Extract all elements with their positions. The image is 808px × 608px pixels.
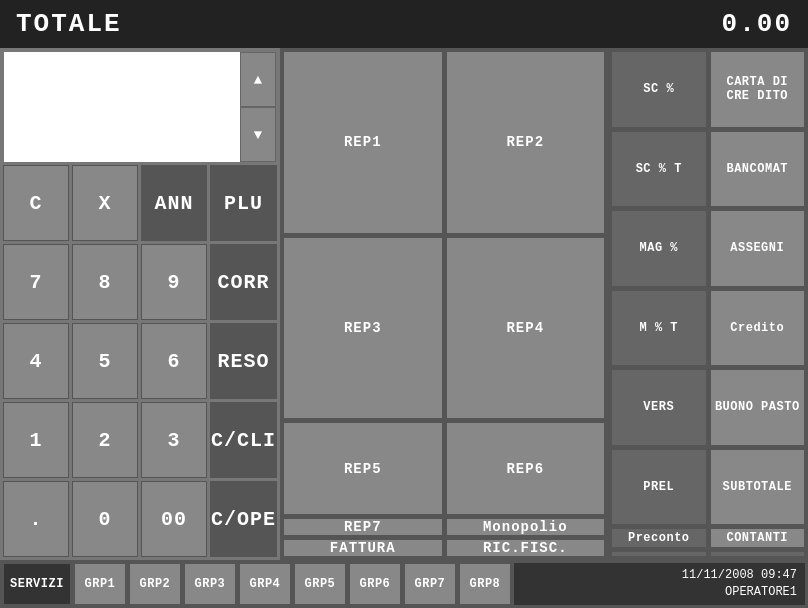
scroll-up-button[interactable]: ▲ [240,52,276,107]
main-container: TOTALE 0.00 ▲ ▼ C X ANN PLU 7 [0,0,808,608]
assegni-button[interactable]: ASSEGNI [710,210,806,287]
sc-percent-t-button[interactable]: SC % T [611,131,707,208]
display-area: ▲ ▼ [4,52,276,162]
carta-credito-button[interactable]: CARTA DI CRE DITO [710,51,806,128]
key-4[interactable]: 4 [3,323,69,399]
key-9[interactable]: 9 [141,244,207,320]
sc-percent-button[interactable]: SC % [611,51,707,128]
key-7[interactable]: 7 [3,244,69,320]
rep3-button[interactable]: REP3 [283,237,443,420]
datetime-operator: 11/11/2008 09:47 OPERATORE1 [514,563,805,605]
ric-fisc-button[interactable]: RIC.FISC. [446,539,606,557]
empty2 [710,551,806,557]
bancomat-button[interactable]: BANCOMAT [710,131,806,208]
keypad: C X ANN PLU 7 8 9 CORR 4 5 6 RESO 1 2 3 … [0,162,280,560]
key-8[interactable]: 8 [72,244,138,320]
left-panel: ▲ ▼ C X ANN PLU 7 8 9 CORR 4 5 6 RES [0,48,280,560]
vers-button[interactable]: VERS [611,369,707,446]
grp6-button[interactable]: GRP6 [349,563,401,605]
mag-percent-button[interactable]: MAG % [611,210,707,287]
key-2[interactable]: 2 [72,402,138,478]
grp1-button[interactable]: GRP1 [74,563,126,605]
grp2-button[interactable]: GRP2 [129,563,181,605]
key-dot[interactable]: . [3,481,69,557]
grp4-button[interactable]: GRP4 [239,563,291,605]
prel-button[interactable]: PREL [611,449,707,526]
datetime-display: 11/11/2008 09:47 [682,567,797,584]
grp5-button[interactable]: GRP5 [294,563,346,605]
monopolio-button[interactable]: Monopolio [446,518,606,536]
rep2-button[interactable]: REP2 [446,51,606,234]
key-plu[interactable]: PLU [210,165,277,241]
key-ccli[interactable]: C/CLI [210,402,277,478]
main-area: ▲ ▼ C X ANN PLU 7 8 9 CORR 4 5 6 RES [0,48,808,560]
grp7-button[interactable]: GRP7 [404,563,456,605]
buono-pasto-button[interactable]: BUONO PASTO [710,369,806,446]
key-0[interactable]: 0 [72,481,138,557]
scroll-down-button[interactable]: ▼ [240,107,276,162]
key-x[interactable]: X [72,165,138,241]
grp3-button[interactable]: GRP3 [184,563,236,605]
key-3[interactable]: 3 [141,402,207,478]
preconto-button[interactable]: Preconto [611,528,707,548]
servizi-button[interactable]: SERVIZI [3,563,71,605]
rep4-button[interactable]: REP4 [446,237,606,420]
center-panel: REP1 REP2 REP3 REP4 REP5 REP6 REP7 Monop… [280,48,608,560]
credito-button[interactable]: Credito [710,290,806,367]
key-1[interactable]: 1 [3,402,69,478]
key-00[interactable]: 00 [141,481,207,557]
key-corr[interactable]: CORR [210,244,277,320]
rep1-button[interactable]: REP1 [283,51,443,234]
right-panel: SC % CARTA DI CRE DITO SC % T BANCOMAT M… [608,48,808,560]
top-bar: TOTALE 0.00 [0,0,808,48]
subtotale-button[interactable]: SUBTOTALE [710,449,806,526]
grp8-button[interactable]: GRP8 [459,563,511,605]
operator-display: OPERATORE1 [682,584,797,601]
key-ann[interactable]: ANN [141,165,207,241]
scroll-buttons: ▲ ▼ [240,52,276,162]
total-value: 0.00 [722,9,792,39]
fattura-button[interactable]: FATTURA [283,539,443,557]
contanti-button[interactable]: CONTANTI [710,528,806,548]
key-reso[interactable]: RESO [210,323,277,399]
key-cope[interactable]: C/OPE [210,481,277,557]
key-5[interactable]: 5 [72,323,138,399]
key-c[interactable]: C [3,165,69,241]
display-screen [4,52,240,162]
bottom-bar: SERVIZI GRP1 GRP2 GRP3 GRP4 GRP5 GRP6 GR… [0,560,808,608]
rep6-button[interactable]: REP6 [446,422,606,515]
rep7-button[interactable]: REP7 [283,518,443,536]
total-label: TOTALE [16,9,122,39]
m-percent-t-button[interactable]: M % T [611,290,707,367]
empty1 [611,551,707,557]
key-6[interactable]: 6 [141,323,207,399]
rep5-button[interactable]: REP5 [283,422,443,515]
